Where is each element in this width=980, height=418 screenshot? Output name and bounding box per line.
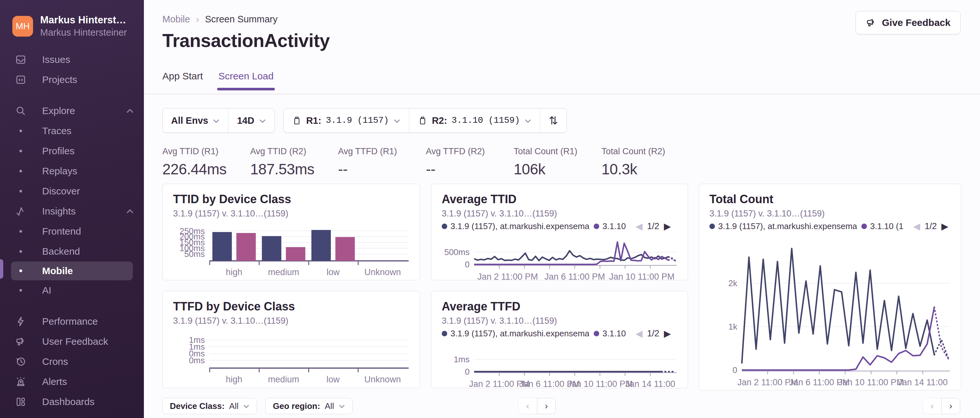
- breadcrumb: Mobile › Screen Summary: [162, 14, 277, 25]
- ttfd-device-class-bar-chart[interactable]: 1ms1ms0ms0mshighmediumlowUnknown: [173, 330, 409, 384]
- card-subtitle: 3.1.9 (1157) v. 3.1.10…(1159): [442, 316, 677, 326]
- insights-pulse-icon: [14, 205, 27, 217]
- card-title: TTID by Device Class: [173, 192, 409, 206]
- pager-prev-button[interactable]: ‹: [923, 398, 942, 414]
- svg-text:0ms: 0ms: [189, 356, 205, 365]
- bullet-icon: •: [14, 246, 27, 257]
- legend-prev-icon[interactable]: ◀: [913, 221, 920, 232]
- sidebar-item-dashboards[interactable]: Dashboards: [0, 392, 144, 412]
- pager-prev-button[interactable]: ‹: [518, 398, 537, 414]
- sidebar-item-replays[interactable]: •Replays: [0, 161, 144, 181]
- sidebar-section-insights[interactable]: Insights: [0, 201, 144, 221]
- metric-avg-ttfd-r2: Avg TTFD (R2) --: [426, 146, 492, 178]
- tab-screen-load[interactable]: Screen Load: [218, 71, 274, 89]
- legend-prev-icon[interactable]: ◀: [635, 221, 643, 232]
- pager-next-button[interactable]: ›: [942, 398, 960, 414]
- sidebar-item-projects[interactable]: Projects: [0, 70, 144, 90]
- sidebar-item-mobile[interactable]: •Mobile: [11, 262, 133, 280]
- card-ttid-by-device-class: TTID by Device Class 3.1.9 (1157) v. 3.1…: [162, 184, 420, 280]
- sidebar-item-profiles[interactable]: •Profiles: [0, 141, 144, 161]
- svg-text:low: low: [327, 375, 340, 384]
- chevron-up-icon: [126, 209, 134, 214]
- bullet-icon: •: [14, 186, 27, 197]
- total-count-line-chart[interactable]: 2k1k0Jan 2 11:00 PMJan 6 11:00 PMJan 10 …: [710, 235, 950, 387]
- metric-total-count-r1: Total Count (R1) 106k: [514, 146, 580, 178]
- release-2-selector[interactable]: R2: 3.1.10 (1159): [409, 108, 540, 132]
- card-subtitle: 3.1.9 (1157) v. 3.1.10…(1159): [710, 209, 950, 219]
- svg-text:50ms: 50ms: [184, 249, 205, 259]
- tab-bar: App Start Screen Load: [162, 71, 274, 89]
- legend-next-icon[interactable]: ▶: [664, 221, 671, 232]
- bullet-icon: •: [14, 165, 27, 176]
- megaphone-icon: [14, 336, 27, 347]
- geo-region-filter[interactable]: Geo region: All: [266, 398, 353, 414]
- sidebar-item-alerts[interactable]: Alerts: [0, 372, 144, 392]
- swap-releases-button[interactable]: ⇅: [540, 108, 566, 132]
- average-ttfd-line-chart[interactable]: 1ms0Jan 2 11:00 PMJan 6 11:00 PMJan 10 1…: [442, 343, 677, 388]
- give-feedback-button[interactable]: Give Feedback: [856, 11, 961, 34]
- layers-icon: [14, 416, 27, 418]
- environment-filter[interactable]: All Envs: [163, 108, 228, 132]
- ttid-device-class-bar-chart[interactable]: 250ms200ms150ms100ms50mshighmediumlowUnk…: [173, 223, 409, 277]
- svg-text:Jan 6 11:00 PM: Jan 6 11:00 PM: [544, 272, 605, 280]
- svg-text:low: low: [327, 267, 340, 277]
- sidebar-item-performance[interactable]: Performance: [0, 312, 144, 332]
- megaphone-icon: [865, 17, 877, 28]
- svg-text:high: high: [226, 375, 242, 384]
- svg-text:medium: medium: [268, 375, 299, 384]
- release-filter-group: R1: 3.1.9 (1157) R2: 3.1.10 (1159) ⇅: [283, 108, 567, 133]
- user-name: Markus Hinterst…: [40, 14, 127, 26]
- sidebar-item-crons[interactable]: Crons: [0, 351, 144, 372]
- device-class-filter[interactable]: Device Class: All: [162, 398, 257, 414]
- sidebar-item-issues[interactable]: Issues: [0, 49, 144, 70]
- sidebar-item-releases[interactable]: Releases: [0, 412, 144, 418]
- card-ttfd-by-device-class: TTFD by Device Class 3.1.9 (1157) v. 3.1…: [162, 291, 420, 388]
- sidebar-item-frontend[interactable]: •Frontend: [0, 221, 144, 242]
- sidebar-item-user-feedback[interactable]: User Feedback: [0, 332, 144, 351]
- tab-app-start[interactable]: App Start: [162, 71, 203, 89]
- chart-legend: 3.1.9 (1157), at.markushi.expensemanage …: [710, 221, 950, 232]
- metric-avg-ttid-r2: Avg TTID (R2) 187.53ms: [250, 146, 317, 178]
- date-range-filter[interactable]: 14D: [228, 108, 274, 132]
- env-period-filter-group: All Envs 14D: [162, 108, 275, 133]
- svg-text:Jan 14 11:00: Jan 14 11:00: [625, 379, 675, 388]
- sidebar-nav: Issues Projects Explore •Traces •Profile…: [0, 49, 144, 418]
- release-1-selector[interactable]: R1: 3.1.9 (1157): [283, 108, 409, 132]
- main-content: Mobile › Screen Summary Give Feedback Tr…: [144, 0, 980, 418]
- charts-pager: ‹ ›: [518, 398, 556, 414]
- metric-avg-ttid-r1: Avg TTID (R1) 226.44ms: [162, 146, 229, 178]
- sidebar-item-discover[interactable]: •Discover: [0, 181, 144, 201]
- avatar: MH: [12, 16, 33, 37]
- sidebar-item-traces[interactable]: •Traces: [0, 121, 144, 141]
- release-icon: [292, 116, 302, 126]
- swap-arrows-icon: ⇅: [549, 114, 558, 127]
- svg-text:high: high: [226, 267, 242, 277]
- legend-next-icon[interactable]: ▶: [664, 328, 671, 339]
- bullet-icon: •: [14, 226, 27, 237]
- svg-text:0: 0: [733, 365, 737, 375]
- chevron-down-icon: [524, 119, 531, 124]
- legend-dot-r1: [442, 224, 447, 229]
- pager-next-button[interactable]: ›: [537, 398, 556, 414]
- legend-next-icon[interactable]: ▶: [942, 221, 948, 232]
- sidebar-section-explore[interactable]: Explore: [0, 101, 144, 121]
- svg-text:1ms: 1ms: [454, 354, 469, 364]
- legend-dot-r1: [442, 331, 447, 336]
- sidebar-item-ai[interactable]: •AI: [0, 280, 144, 300]
- legend-prev-icon[interactable]: ◀: [635, 328, 643, 339]
- active-nav-indicator: [0, 259, 3, 279]
- breadcrumb-mobile[interactable]: Mobile: [162, 14, 190, 25]
- svg-text:0: 0: [465, 259, 469, 269]
- svg-text:Jan 10 11:00 PM: Jan 10 11:00 PM: [567, 379, 633, 388]
- siren-icon: [14, 376, 27, 388]
- card-average-ttid: Average TTID 3.1.9 (1157) v. 3.1.10…(115…: [431, 184, 688, 280]
- bullet-icon: •: [14, 265, 27, 277]
- sidebar-item-backend[interactable]: •Backend: [0, 242, 144, 262]
- bullet-icon: •: [14, 285, 27, 296]
- average-ttid-line-chart[interactable]: 500ms0Jan 2 11:00 PMJan 6 11:00 PMJan 10…: [442, 235, 677, 280]
- user-menu[interactable]: MH Markus Hinterst… Markus Hintersteiner: [0, 0, 144, 38]
- bullet-icon: •: [14, 126, 27, 137]
- svg-text:1k: 1k: [729, 322, 738, 332]
- metrics-row: Avg TTID (R1) 226.44ms Avg TTID (R2) 187…: [162, 146, 689, 178]
- total-count-pager: ‹ ›: [923, 398, 960, 414]
